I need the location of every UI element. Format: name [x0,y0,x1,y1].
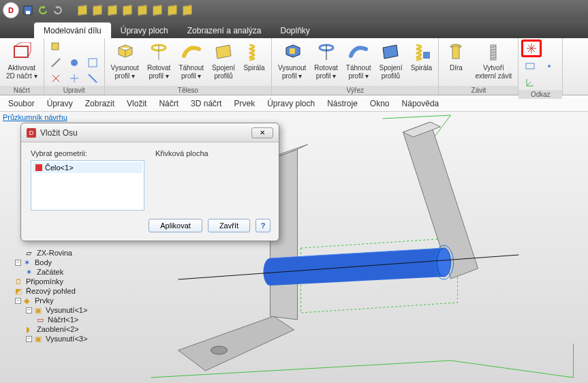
qat-cube-5-icon[interactable] [136,4,149,16]
tab-doplnky[interactable]: Doplňky [271,22,320,38]
dira-label: Díra [450,64,463,72]
tree-item-prvky[interactable]: −◆Prvky [4,296,134,305]
list-item[interactable]: Čelo<1> [33,162,142,173]
submenu-napoveda[interactable]: Nápověda [402,99,439,108]
tree-item-nacrt1[interactable]: ▭Náčrt<1> [4,315,134,324]
design-tree[interactable]: ▱ZX-Rovina −✶Body ✶Začátek 🗒Připomínky ◩… [4,248,134,343]
dialog-titlebar[interactable]: D Vložit Osu ✕ [21,123,279,142]
submenu-nastroje[interactable]: Nástroje [327,99,358,108]
point-icon [544,61,555,72]
ribbon-group-upravit: Upravit [44,38,105,95]
submenu-zobrazit[interactable]: Zobrazit [85,99,114,108]
tree-item-zacatek[interactable]: ✶Začátek [4,267,134,277]
vysunout-profil-teleso-button[interactable]: Vysunout profil ▾ [108,40,142,82]
app-logo-icon: D [3,2,19,18]
svg-rect-9 [423,52,430,59]
qat-cube-2-icon[interactable] [91,4,104,16]
rotovat-profil-vyrez-button[interactable]: Rotovat profil ▾ [311,40,341,82]
submenu-upravy[interactable]: Úpravy [47,99,73,108]
cut-loft-icon [380,42,401,63]
aktivovat-2d-nacrt-button[interactable]: Aktivovat 2D náčrt ▾ [3,40,41,82]
qat-cube-8-icon[interactable] [181,4,194,16]
tab-zobrazeni[interactable]: Zobrazení a analýza [178,22,271,38]
undo-icon[interactable] [37,4,49,16]
qat-cube-4-icon[interactable] [121,4,134,16]
odkaz-csys-button[interactable] [521,75,539,90]
tahnout-profil-teleso-button[interactable]: Táhnout profil ▾ [175,40,207,82]
help-button[interactable]: ? [256,219,270,232]
collapse-icon[interactable]: − [15,298,21,304]
collapse-icon[interactable]: − [15,260,21,266]
edit-tool-3-button[interactable] [65,55,83,70]
redo-icon[interactable] [52,4,64,16]
extrude-tree-icon: ▣ [35,335,43,343]
edit-icon-1 [50,42,61,52]
loft-icon [213,42,234,63]
submenu-prvek[interactable]: Prvek [234,99,255,108]
tree-item-rezovy-pohled[interactable]: ◩Řezový pohled [4,286,134,296]
rotovat-teleso-label: Rotovat profil ▾ [147,64,170,80]
tree-item-vysunuti3[interactable]: −▣Vysunutí<3> [4,334,134,343]
edit-tool-7-button[interactable] [84,71,102,86]
tree-item-vysunuti1[interactable]: −▣Vysunutí<1> [4,305,134,315]
submenu-okno[interactable]: Okno [370,99,390,108]
svg-rect-11 [452,46,459,59]
edit-tool-5-button[interactable] [47,71,65,86]
externi-zavit-button[interactable]: Vytvoří externí závit [471,40,515,82]
face-icon [35,164,42,171]
curve-surface-label: Křivková plocha [155,149,269,157]
dira-button[interactable]: Díra [442,40,470,74]
tree-item-pripominky[interactable]: 🗒Připomínky [4,277,134,286]
tree-item-zx-rovina[interactable]: ▱ZX-Rovina [4,248,134,258]
edit-tool-2-button[interactable] [47,55,65,70]
tab-upravy-ploch[interactable]: Úpravy ploch [111,22,178,38]
spojeni-profilu-vyrez-button[interactable]: Spojení profilů [376,40,406,82]
close-button[interactable]: Zavřít [208,219,250,232]
qat-cube-7-icon[interactable] [166,4,179,16]
collapse-icon[interactable]: − [26,307,32,313]
odkaz-point-button[interactable] [540,59,558,74]
ribbon-group-teleso: Vysunout profil ▾ Rotovat profil ▾ Táhno… [105,38,272,95]
spirala-teleso-button[interactable]: Spirála [240,40,268,74]
group-label-nacrt: Náčrt [0,86,44,95]
collapse-icon[interactable]: − [26,336,32,342]
app-logo-text: D [8,6,14,14]
design-explorer-title[interactable]: Průzkumník návrhu [3,113,67,121]
tree-item-body[interactable]: −✶Body [4,258,134,267]
edit-tool-4-button[interactable] [84,55,102,70]
qat-cube-1-icon[interactable] [76,4,89,16]
ribbon-group-nacrt: Aktivovat 2D náčrt ▾ Náčrt [0,38,44,95]
edit-icon-7 [87,73,98,84]
odkaz-axis-button[interactable] [521,40,542,57]
vysunout-profil-vyrez-button[interactable]: Vysunout profil ▾ [275,40,309,82]
ribbon-group-zavit: Díra Vytvoří externí závit Závit [439,38,519,95]
geometry-select-listbox[interactable]: Čelo<1> [31,160,144,211]
submenu-soubor[interactable]: Soubor [8,99,35,108]
extrude-icon [114,42,136,63]
spirala-vyrez-button[interactable]: Spirála [407,40,435,74]
submenu-nacrt[interactable]: Náčrt [159,99,179,108]
svg-rect-5 [89,59,97,67]
apply-button[interactable]: Aplikovat [149,219,202,232]
tab-modelovani[interactable]: Modelování dílu [34,22,111,38]
submenu-vlozit[interactable]: Vložit [127,99,146,108]
tahnout-profil-vyrez-button[interactable]: Táhnout profil ▾ [343,40,375,82]
qat-cube-6-icon[interactable] [151,4,164,16]
odkaz-plane-button[interactable] [521,59,539,74]
qat-cube-3-icon[interactable] [106,4,119,16]
vysunout-teleso-label: Vysunout profil ▾ [111,64,139,80]
submenu-3dnacrt[interactable]: 3D náčrt [191,99,221,108]
rotovat-profil-teleso-button[interactable]: Rotovat profil ▾ [144,40,174,82]
csys-icon [525,77,536,88]
title-bar: D [0,0,588,20]
dialog-close-icon[interactable]: ✕ [251,127,273,138]
sweep-icon [181,42,202,63]
save-icon[interactable] [22,4,34,16]
tree-item-zaobleni2[interactable]: ◗Zaoblení<2> [4,324,134,334]
thread-icon [482,42,504,63]
edit-tool-1-button[interactable] [47,40,65,55]
edit-tool-6-button[interactable] [65,71,83,86]
geometry-select-label: Vybrat geometrii: [31,149,144,157]
submenu-upravy-ploch[interactable]: Úpravy ploch [267,99,315,108]
spojeni-profilu-teleso-button[interactable]: Spojení profilů [208,40,238,82]
